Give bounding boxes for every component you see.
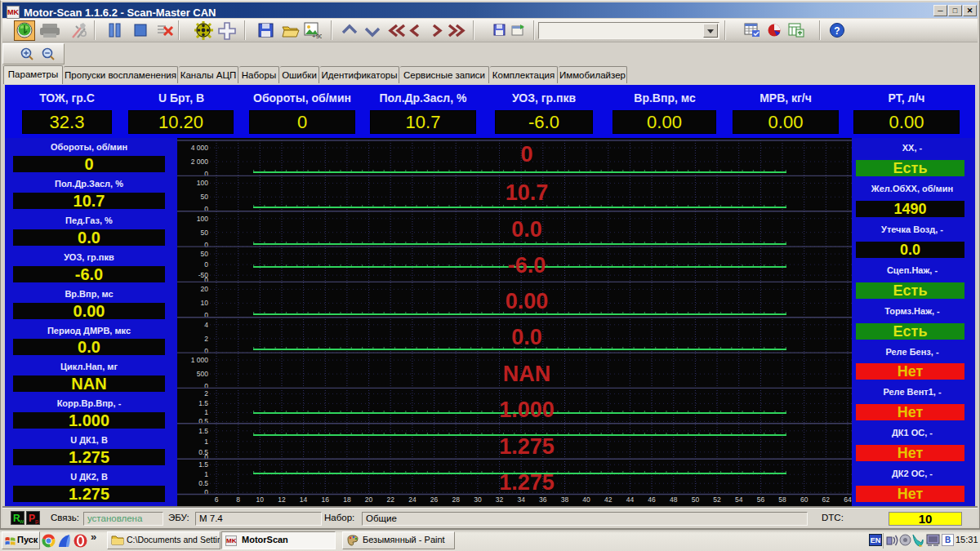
svg-text:22: 22 [386, 495, 394, 504]
svg-text:42: 42 [604, 495, 612, 504]
svg-text:46: 46 [648, 495, 656, 504]
svg-text:34: 34 [517, 495, 525, 504]
svg-text:0.0: 0.0 [511, 325, 542, 349]
svg-text:0: 0 [204, 170, 208, 178]
svg-text:NAN: NAN [503, 362, 551, 386]
svg-text:1: 1 [204, 408, 208, 416]
svg-text:1.000: 1.000 [499, 398, 555, 422]
svg-text:100: 100 [197, 215, 208, 223]
svg-text:6: 6 [215, 495, 219, 504]
svg-text:54: 54 [735, 495, 743, 504]
svg-text:44: 44 [626, 495, 635, 504]
svg-text:1: 1 [204, 438, 208, 446]
svg-text:-6.0: -6.0 [508, 253, 546, 278]
svg-text:58: 58 [778, 495, 786, 504]
svg-text:1.275: 1.275 [499, 434, 555, 459]
svg-text:50: 50 [201, 229, 209, 237]
svg-text:20: 20 [365, 495, 373, 504]
svg-text:24: 24 [408, 495, 416, 504]
svg-text:8: 8 [236, 495, 240, 504]
svg-text:48: 48 [670, 495, 678, 504]
svg-text:50: 50 [201, 193, 209, 201]
svg-text:1.5: 1.5 [198, 427, 208, 435]
svg-text:0: 0 [204, 260, 208, 269]
svg-text:10: 10 [201, 299, 209, 307]
svg-text:10.7: 10.7 [506, 180, 549, 205]
svg-text:2: 2 [204, 335, 208, 343]
svg-text:64: 64 [844, 495, 852, 504]
svg-text:1.275: 1.275 [499, 470, 555, 495]
svg-text:50: 50 [692, 495, 700, 504]
svg-text:32: 32 [496, 495, 504, 504]
svg-text:p: p [35, 518, 38, 524]
svg-text:?: ? [834, 25, 840, 37]
svg-text:28: 28 [452, 495, 460, 504]
svg-text:100: 100 [197, 179, 208, 187]
svg-text:62: 62 [822, 495, 831, 504]
svg-text:+90: +90 [312, 33, 322, 39]
svg-text:0: 0 [204, 276, 208, 284]
svg-text:20: 20 [201, 285, 209, 293]
svg-text:12: 12 [278, 495, 286, 504]
svg-text:0: 0 [204, 241, 208, 249]
svg-text:w: w [19, 518, 24, 524]
svg-text:60: 60 [800, 495, 808, 504]
svg-text:50: 50 [201, 250, 209, 258]
svg-text:4 000: 4 000 [191, 144, 209, 152]
svg-text:36: 36 [539, 495, 547, 504]
svg-text:P: P [29, 513, 35, 524]
svg-text:0.00: 0.00 [506, 289, 549, 313]
svg-text:56: 56 [757, 495, 765, 504]
svg-text:10: 10 [256, 495, 265, 504]
svg-text:1.5: 1.5 [198, 460, 208, 469]
svg-text:0: 0 [204, 347, 208, 355]
svg-text:0: 0 [204, 488, 208, 496]
svg-text:18: 18 [343, 495, 351, 504]
svg-text:38: 38 [561, 495, 569, 504]
svg-text:2 000: 2 000 [191, 158, 209, 166]
svg-text:26: 26 [430, 495, 439, 504]
svg-text:4: 4 [204, 321, 208, 329]
svg-text:0: 0 [204, 311, 208, 319]
svg-text:52: 52 [713, 495, 721, 504]
svg-text:16: 16 [322, 495, 330, 504]
svg-text:0.5: 0.5 [198, 417, 208, 425]
svg-text:1.5: 1.5 [198, 399, 208, 407]
svg-text:0: 0 [204, 205, 208, 213]
svg-text:0.0: 0.0 [511, 217, 542, 242]
svg-text:40: 40 [582, 495, 590, 504]
svg-text:1 000: 1 000 [191, 356, 209, 364]
svg-text:0.5: 0.5 [198, 479, 208, 487]
svg-text:500: 500 [197, 370, 208, 378]
svg-text:30: 30 [474, 495, 482, 504]
svg-text:2: 2 [204, 389, 208, 398]
svg-text:0: 0 [520, 142, 532, 167]
svg-text:1: 1 [204, 470, 208, 478]
svg-text:14: 14 [300, 495, 308, 504]
